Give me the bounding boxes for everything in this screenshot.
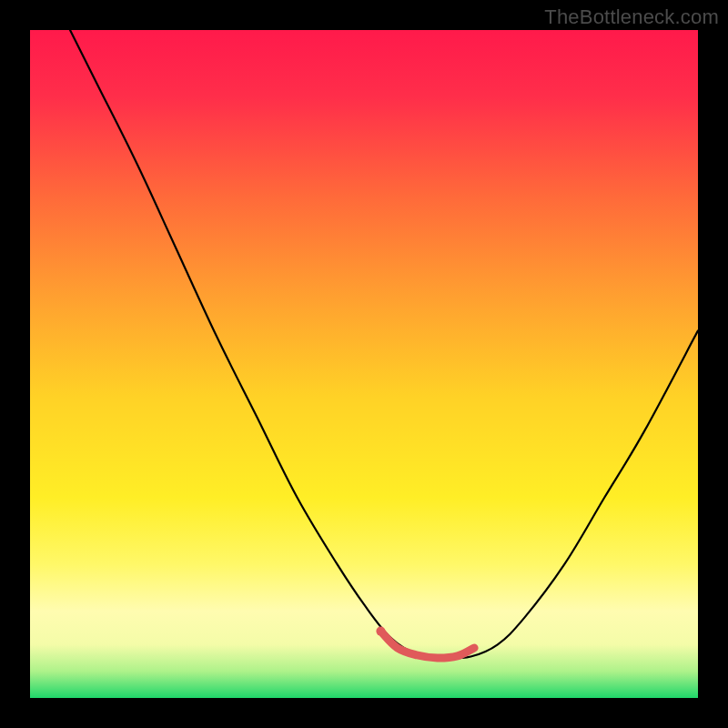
- plot-area: [30, 30, 698, 698]
- chart-frame: { "watermark": "TheBottleneck.com", "col…: [0, 0, 728, 728]
- minimum-highlight: [380, 632, 474, 658]
- curve-layer: [30, 30, 698, 698]
- watermark-text: TheBottleneck.com: [544, 5, 719, 29]
- bottleneck-curve: [70, 30, 698, 658]
- highlight-start-dot: [376, 627, 385, 636]
